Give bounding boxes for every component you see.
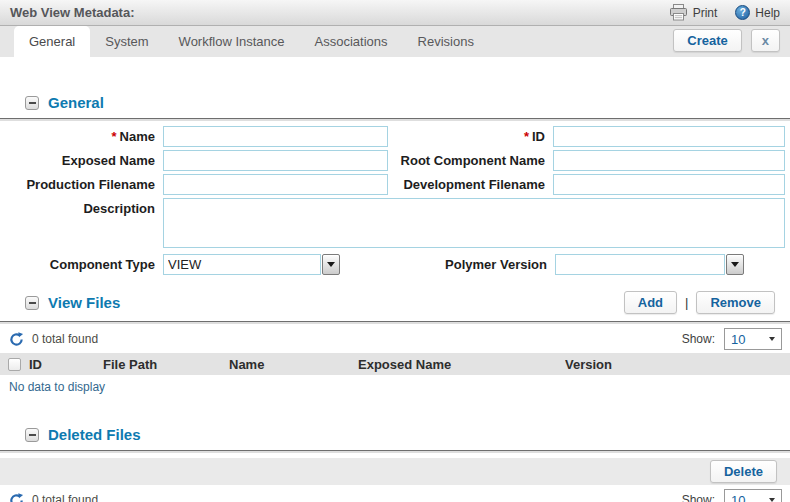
minus-icon [29,102,36,104]
button-separator: | [685,295,688,310]
print-label: Print [693,6,718,20]
show-label: Show: [682,332,715,346]
chevron-down-icon [731,262,739,267]
component-type-dropdown-button[interactable] [322,254,340,275]
name-label: *Name [0,129,163,144]
exposed-name-label: Exposed Name [0,153,163,168]
production-filename-input[interactable] [163,174,388,195]
required-marker: * [524,129,529,144]
print-button[interactable]: Print [669,4,718,21]
add-button[interactable]: Add [624,291,677,314]
tab-bar-buttons: Create x [673,26,790,57]
tab-system[interactable]: System [90,26,163,57]
development-filename-input[interactable] [553,174,785,195]
deleted-files-action-bar: Delete [0,458,790,485]
deleted-files-page-size-select[interactable]: 10 [724,489,782,502]
minus-icon [29,302,36,304]
help-button[interactable]: ? Help [735,5,780,20]
description-label: Description [0,198,163,216]
description-textarea[interactable] [163,198,785,248]
collapse-view-files-icon[interactable] [25,296,39,310]
column-header-name[interactable]: Name [229,357,358,372]
name-input[interactable] [163,126,388,147]
polymer-version-input[interactable] [555,254,725,275]
collapse-general-icon[interactable] [25,96,39,110]
production-filename-label: Production Filename [0,177,163,192]
title-bar: Web View Metadata: Print ? Help [0,0,790,26]
general-section-header: General [0,57,790,118]
close-button[interactable]: x [751,29,780,52]
title-bar-actions: Print ? Help [651,4,780,21]
page-title: Web View Metadata: [10,5,135,20]
polymer-version-label: Polymer Version [340,257,555,272]
select-all-checkbox[interactable] [8,358,21,371]
deleted-files-toolbar: 0 total found Show: 10 [0,485,790,502]
view-files-total-found: 0 total found [32,332,98,346]
refresh-icon[interactable] [9,493,24,502]
column-header-exposed-name[interactable]: Exposed Name [358,357,565,372]
refresh-icon[interactable] [9,332,24,347]
view-files-table-header: ID File Path Name Exposed Name Version [0,353,790,375]
id-label: *ID [388,129,553,144]
polymer-version-dropdown-button[interactable] [726,254,744,275]
view-files-show-group: Show: 10 [682,328,782,350]
deleted-files-show-group: Show: 10 [682,489,782,502]
section-divider [0,450,790,453]
tab-bar: General System Workflow Instance Associa… [0,26,790,57]
create-button[interactable]: Create [673,29,741,52]
help-icon: ? [735,5,750,20]
form-row-type-version: Component Type Polymer Version [0,254,790,275]
view-files-actions: Add | Remove [624,291,780,314]
tab-workflow-instance[interactable]: Workflow Instance [164,26,300,57]
chevron-down-icon [327,262,335,267]
required-marker: * [112,129,117,144]
deleted-files-section-header: Deleted Files [0,402,790,450]
component-type-label: Component Type [0,257,163,272]
form-row-name-id: *Name *ID [0,126,790,147]
chevron-down-icon [769,498,775,502]
view-files-empty-message: No data to display [0,375,790,402]
column-header-file-path[interactable]: File Path [103,357,229,372]
column-header-version[interactable]: Version [565,357,790,372]
header-checkbox-cell [0,358,29,371]
column-header-id[interactable]: ID [29,357,103,372]
general-form: *Name *ID Exposed Name Root Component Na… [0,121,790,275]
tab-general[interactable]: General [14,26,90,57]
minus-icon [29,434,36,436]
view-files-toolbar: 0 total found Show: 10 [0,324,790,353]
deleted-files-total-found: 0 total found [32,493,98,502]
web-view-metadata-page: { "colors": { "section_title": "#0e7ab0"… [0,0,790,502]
root-component-name-input[interactable] [553,150,785,171]
deleted-files-section-title: Deleted Files [48,426,141,443]
form-row-exposed-root: Exposed Name Root Component Name [0,150,790,171]
tab-associations[interactable]: Associations [300,26,403,57]
view-files-page-size-select[interactable]: 10 [724,328,782,350]
exposed-name-input[interactable] [163,150,388,171]
show-label: Show: [682,493,715,502]
id-input[interactable] [553,126,785,147]
general-section-title: General [48,94,104,111]
component-type-input[interactable] [163,254,321,275]
form-row-description: Description [0,198,790,248]
help-label: Help [755,6,780,20]
form-row-filenames: Production Filename Development Filename [0,174,790,195]
polymer-version-combobox [555,254,744,275]
tab-revisions[interactable]: Revisions [403,26,489,57]
development-filename-label: Development Filename [388,177,553,192]
chevron-down-icon [769,337,775,341]
remove-button[interactable]: Remove [696,291,775,314]
collapse-deleted-files-icon[interactable] [25,428,39,442]
root-component-name-label: Root Component Name [388,153,553,168]
delete-button[interactable]: Delete [710,460,777,483]
view-files-section-header: View Files Add | Remove [0,278,790,321]
component-type-combobox [163,254,340,275]
view-files-section-title: View Files [48,294,120,311]
print-icon [669,4,688,21]
